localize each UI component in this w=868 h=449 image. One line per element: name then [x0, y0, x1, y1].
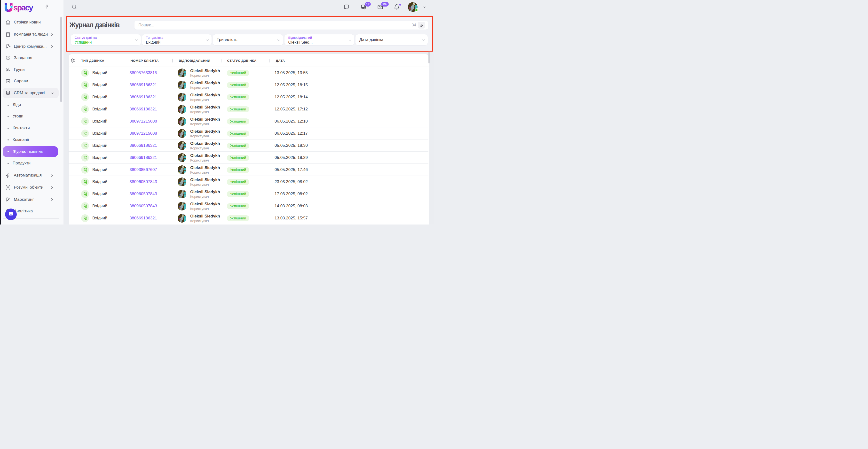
svg-text:spacy: spacy: [13, 3, 33, 12]
